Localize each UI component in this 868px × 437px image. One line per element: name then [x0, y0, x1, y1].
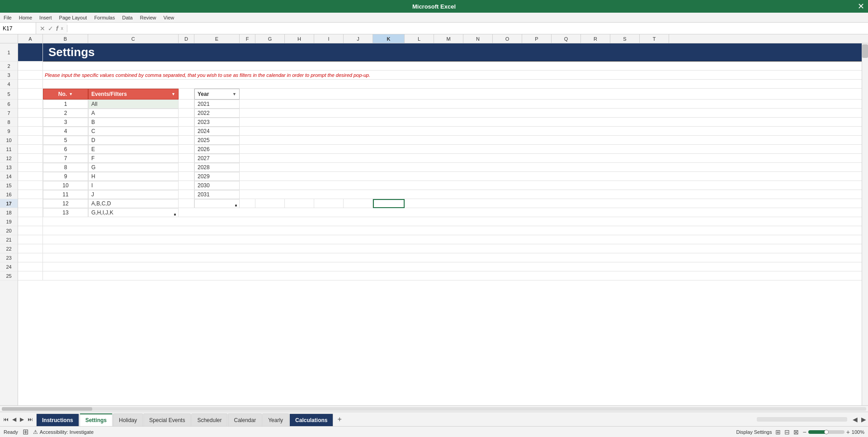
no-cell-11[interactable]: 6	[43, 145, 88, 154]
cell-A10[interactable]	[18, 136, 43, 145]
cell-A16[interactable]	[18, 190, 43, 199]
cell-A23[interactable]	[18, 253, 43, 262]
tab-prev-icon[interactable]: ◀	[11, 415, 18, 423]
year-cell-10[interactable]: 2025	[194, 136, 240, 145]
year-cell-14[interactable]: 2029	[194, 172, 240, 181]
filter-cell-8[interactable]: B	[88, 118, 179, 127]
no-cell-14[interactable]: 9	[43, 172, 88, 181]
no-cell-10[interactable]: 5	[43, 136, 88, 145]
no-cell-17[interactable]: 12	[43, 199, 88, 208]
filter-cell-12[interactable]: F	[88, 154, 179, 163]
row18-rest[interactable]	[179, 208, 862, 217]
row-num-4[interactable]: 4	[0, 80, 18, 89]
row-num-17[interactable]: 17	[0, 199, 18, 208]
cell-D11[interactable]	[179, 145, 194, 154]
accessibility-text[interactable]: Accessibility: Investigate	[40, 429, 94, 435]
row-num-22[interactable]: 22	[0, 244, 18, 253]
tab-instructions[interactable]: Instructions	[36, 413, 79, 426]
events-dropdown-icon[interactable]: ▼	[171, 92, 175, 96]
row-num-6[interactable]: 6	[0, 100, 18, 109]
tab-holiday[interactable]: Holiday	[113, 413, 143, 426]
row-num-21[interactable]: 21	[0, 235, 18, 244]
confirm-formula-icon[interactable]: ✓	[48, 25, 53, 32]
view-normal-icon[interactable]: ⊞	[775, 428, 781, 436]
row-num-7[interactable]: 7	[0, 109, 18, 118]
cell-A17[interactable]	[18, 199, 43, 208]
cell-A8[interactable]	[18, 118, 43, 127]
cell-A4[interactable]	[18, 80, 43, 89]
tab-scroll-left-icon[interactable]: ◀	[851, 416, 859, 423]
cell-B4-rest[interactable]	[43, 80, 862, 89]
row11-rest[interactable]	[240, 145, 862, 154]
year-cell-15[interactable]: 2030	[194, 181, 240, 190]
row10-rest[interactable]	[240, 136, 862, 145]
cell-D6[interactable]	[179, 100, 194, 109]
year-dropdown-icon[interactable]: ▼	[232, 92, 236, 96]
no-header[interactable]: No. ▼	[43, 89, 88, 100]
cell-D7[interactable]	[179, 109, 194, 118]
col-header-C[interactable]: C	[88, 34, 179, 43]
no-cell-15[interactable]: 10	[43, 181, 88, 190]
row6-rest[interactable]	[240, 100, 862, 109]
col-header-B[interactable]: B	[43, 34, 88, 43]
zoom-slider[interactable]	[808, 430, 844, 434]
v-scroll-thumb[interactable]	[862, 44, 868, 58]
col-header-Q[interactable]: Q	[552, 34, 581, 43]
row-num-24[interactable]: 24	[0, 262, 18, 271]
col-header-E[interactable]: E	[194, 34, 240, 43]
row-num-1[interactable]: 1	[0, 43, 18, 62]
filter-cell-18[interactable]: G,H,I,J,K ◾	[88, 208, 179, 217]
row-num-18[interactable]: 18	[0, 208, 18, 217]
filter-cell-16[interactable]: J	[88, 190, 179, 199]
col-header-H[interactable]: H	[285, 34, 314, 43]
row-num-12[interactable]: 12	[0, 154, 18, 163]
row-num-13[interactable]: 13	[0, 163, 18, 172]
no-dropdown-icon[interactable]: ▼	[69, 92, 73, 96]
tab-special-events[interactable]: Special Events	[143, 413, 191, 426]
ribbon-tab-view[interactable]: View	[164, 15, 175, 20]
no-cell-16[interactable]: 11	[43, 190, 88, 199]
col-header-R[interactable]: R	[581, 34, 610, 43]
cell-A3[interactable]	[18, 71, 43, 80]
filter-cell-6[interactable]: All	[88, 100, 179, 109]
ribbon-tab-formulas[interactable]: Formulas	[94, 15, 115, 20]
tab-first-icon[interactable]: ⏮	[2, 415, 10, 423]
zoom-out-icon[interactable]: −	[802, 428, 806, 436]
close-icon[interactable]: ✕	[858, 1, 864, 11]
cell-D17[interactable]	[179, 199, 194, 208]
filter-cell-17[interactable]: A,B,C,D	[88, 199, 179, 208]
status-cell-icon[interactable]: ⊞	[23, 428, 28, 436]
no-cell-13[interactable]: 8	[43, 163, 88, 172]
cell-A24[interactable]	[18, 262, 43, 271]
tab-calendar[interactable]: Calendar	[228, 413, 262, 426]
tab-scheduler[interactable]: Scheduler	[191, 413, 227, 426]
row16-rest[interactable]	[240, 190, 862, 199]
filter-cell-7[interactable]: A	[88, 109, 179, 118]
cell-D8[interactable]	[179, 118, 194, 127]
col-header-L[interactable]: L	[405, 34, 434, 43]
col-header-D[interactable]: D	[179, 34, 194, 43]
filter-cell-13[interactable]: G	[88, 163, 179, 172]
row-num-10[interactable]: 10	[0, 136, 18, 145]
col-header-M[interactable]: M	[434, 34, 463, 43]
year-cell-8[interactable]: 2023	[194, 118, 240, 127]
cell-A2[interactable]	[18, 62, 43, 71]
no-cell-18[interactable]: 13	[43, 208, 88, 217]
year-cell-13[interactable]: 2028	[194, 163, 240, 172]
filter-cell-14[interactable]: H	[88, 172, 179, 181]
cell-A6[interactable]	[18, 100, 43, 109]
row17-rest[interactable]	[405, 199, 862, 208]
cell-A25[interactable]	[18, 271, 43, 280]
row-num-23[interactable]: 23	[0, 253, 18, 262]
cell-D15[interactable]	[179, 181, 194, 190]
col-header-I[interactable]: I	[314, 34, 344, 43]
year-cell-17-end[interactable]: ◾	[194, 199, 240, 208]
h-scroll-track[interactable]	[2, 407, 866, 411]
tab-calculations[interactable]: Calculations	[289, 413, 333, 426]
row15-rest[interactable]	[240, 181, 862, 190]
cell-A13[interactable]	[18, 163, 43, 172]
selected-cell-K17[interactable]	[373, 199, 405, 208]
cancel-formula-icon[interactable]: ✕	[40, 25, 45, 32]
row9-rest[interactable]	[240, 127, 862, 136]
col-header-G[interactable]: G	[255, 34, 285, 43]
